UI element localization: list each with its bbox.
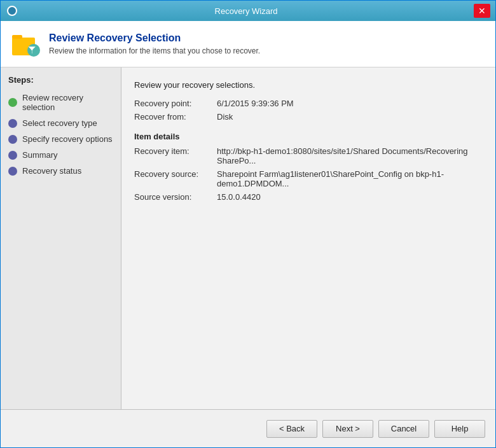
step-dot-blue-1 bbox=[8, 119, 17, 128]
recovery-source-value: Sharepoint Farm\ag1listener01\SharePoint… bbox=[217, 169, 483, 188]
recovery-item-label: Recovery item: bbox=[134, 146, 217, 165]
step-label-summary: Summary bbox=[22, 150, 58, 160]
recover-from-row: Recover from: Disk bbox=[134, 112, 483, 122]
recover-from-value: Disk bbox=[217, 112, 233, 122]
step-dot-blue-3 bbox=[8, 151, 17, 160]
recovery-item-value: http://bkp-h1-demo1:8080/sites/site1/Sha… bbox=[217, 146, 483, 165]
sidebar-item-summary[interactable]: Summary bbox=[1, 147, 121, 163]
recovery-source-label: Recovery source: bbox=[134, 169, 217, 188]
main-panel: Review your recovery selections. Recover… bbox=[121, 67, 495, 409]
step-label-review: Review recovery selection bbox=[22, 93, 113, 112]
sidebar-item-recovery-status[interactable]: Recovery status bbox=[1, 163, 121, 179]
item-details-title: Item details bbox=[134, 132, 483, 141]
app-icon bbox=[6, 4, 18, 17]
step-label-specify: Specify recovery options bbox=[22, 134, 113, 144]
step-dot-blue-2 bbox=[8, 135, 17, 144]
recovery-point-row: Recovery point: 6/1/2015 9:39:36 PM bbox=[134, 99, 483, 108]
header-title: Review Recovery Selection bbox=[49, 32, 260, 44]
recovery-point-label: Recovery point: bbox=[134, 99, 217, 108]
header-area: ↑ Review Recovery Selection Review the i… bbox=[1, 21, 495, 67]
source-version-label: Source version: bbox=[134, 192, 217, 202]
svg-text:↑: ↑ bbox=[30, 46, 34, 55]
close-button[interactable]: ✕ bbox=[474, 4, 490, 18]
next-button[interactable]: Next > bbox=[322, 420, 373, 438]
recovery-item-row: Recovery item: http://bkp-h1-demo1:8080/… bbox=[134, 146, 483, 165]
item-details-box: Recovery item: http://bkp-h1-demo1:8080/… bbox=[134, 146, 483, 202]
recover-from-label: Recover from: bbox=[134, 112, 217, 122]
recovery-source-row: Recovery source: Sharepoint Farm\ag1list… bbox=[134, 169, 483, 188]
content-area: Steps: Review recovery selection Select … bbox=[1, 67, 495, 409]
steps-label: Steps: bbox=[1, 75, 121, 90]
sidebar: Steps: Review recovery selection Select … bbox=[1, 67, 121, 409]
sidebar-item-review-recovery-selection[interactable]: Review recovery selection bbox=[1, 90, 121, 115]
recovery-point-value: 6/1/2015 9:39:36 PM bbox=[217, 99, 294, 108]
footer: < Back Next > Cancel Help bbox=[1, 409, 495, 447]
svg-point-2 bbox=[27, 44, 40, 57]
title-bar: Recovery Wizard ✕ bbox=[1, 1, 495, 21]
step-label-select: Select recovery type bbox=[22, 118, 97, 128]
back-button[interactable]: < Back bbox=[266, 420, 317, 438]
window-title: Recovery Wizard bbox=[18, 6, 474, 16]
sidebar-item-select-recovery-type[interactable]: Select recovery type bbox=[1, 115, 121, 131]
step-dot-blue-4 bbox=[8, 167, 17, 176]
step-dot-green bbox=[8, 98, 17, 107]
source-version-row: Source version: 15.0.0.4420 bbox=[134, 192, 483, 202]
header-icon: ↑ bbox=[11, 29, 41, 59]
svg-rect-1 bbox=[12, 35, 22, 39]
source-version-value: 15.0.0.4420 bbox=[217, 192, 261, 202]
review-intro: Review your recovery selections. bbox=[134, 80, 483, 90]
step-label-status: Recovery status bbox=[22, 166, 81, 176]
header-text: Review Recovery Selection Review the inf… bbox=[49, 32, 260, 55]
cancel-button[interactable]: Cancel bbox=[378, 420, 429, 438]
sidebar-item-specify-recovery-options[interactable]: Specify recovery options bbox=[1, 131, 121, 147]
header-subtitle: Review the information for the items tha… bbox=[49, 46, 260, 55]
help-button[interactable]: Help bbox=[434, 420, 485, 438]
recovery-wizard-window: Recovery Wizard ✕ ↑ Review Recovery Sele… bbox=[0, 0, 496, 448]
